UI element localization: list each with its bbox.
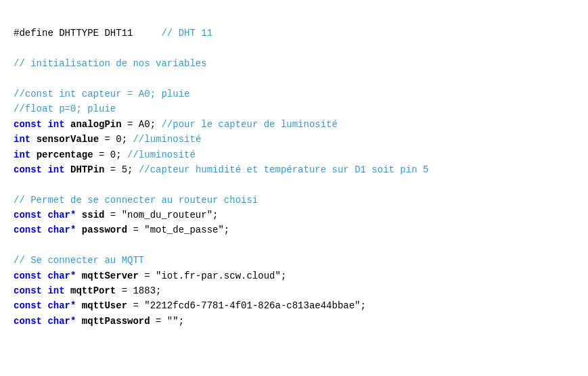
- code-line: const int analogPin = A0; //pour le capt…: [14, 117, 574, 132]
- text-token: [30, 149, 36, 160]
- code-line: const char* mqttUser = "2212fcd6-7781-4f…: [14, 298, 574, 313]
- code-line: [14, 238, 574, 253]
- comment-token: // Se connecter au MQTT: [14, 255, 144, 266]
- text-token: [65, 164, 70, 175]
- code-line: const int mqttPort = 1883;: [14, 283, 574, 298]
- code-line: //float p=0; pluie: [14, 101, 574, 116]
- text-token: = 0;: [99, 134, 133, 145]
- code-line: const char* mqttServer = "iot.fr-par.scw…: [14, 268, 574, 283]
- comment-token: //pour le capteur de luminosité: [161, 119, 337, 130]
- text-token: [65, 285, 70, 296]
- text-token: [76, 300, 81, 311]
- text-token: = "2212fcd6-7781-4f01-826a-c813ae44bbae"…: [127, 300, 366, 311]
- comment-token: //capteur humidité et température sur D1…: [139, 164, 428, 175]
- text-token: [76, 271, 81, 281]
- text-token: = 0;: [93, 149, 127, 160]
- text-token: [76, 316, 81, 327]
- identifier-token: analogPin: [70, 119, 122, 130]
- code-line: // initialisation de nos variables: [14, 56, 574, 71]
- code-line: // Se connecter au MQTT: [14, 253, 574, 268]
- keyword-token: const int: [14, 285, 65, 296]
- identifier-token: mqttPort: [70, 285, 116, 296]
- text-token: = "mot_de_passe";: [127, 225, 229, 235]
- text-token: = 1883;: [116, 285, 161, 296]
- identifier-token: mqttServer: [82, 271, 139, 281]
- identifier-token: password: [82, 225, 127, 235]
- text-token: [30, 134, 36, 145]
- text-token: = "nom_du_routeur";: [104, 210, 218, 220]
- text-token: = "iot.fr-par.scw.cloud";: [139, 271, 286, 281]
- text-token: = A0;: [122, 119, 162, 130]
- comment-token: //luminosité: [133, 134, 201, 145]
- text-token: #define DHTTYPE DHT11: [14, 28, 161, 39]
- code-line: int percentage = 0; //luminosité: [14, 147, 574, 162]
- code-line: #define DHTTYPE DHT11 // DHT 11: [14, 26, 574, 41]
- keyword-token: const char*: [14, 300, 76, 311]
- keyword-token: const int: [14, 119, 65, 130]
- code-line: const char* mqttPassword = "";: [14, 314, 574, 329]
- keyword-token: int: [14, 149, 30, 160]
- keyword-token: const char*: [14, 225, 76, 235]
- code-line: [14, 177, 574, 192]
- code-line: //const int capteur = A0; pluie: [14, 87, 574, 101]
- comment-token: // Permet de se connecter au routeur cho…: [14, 195, 258, 206]
- keyword-token: const char*: [14, 316, 76, 327]
- keyword-token: const int: [14, 164, 65, 175]
- comment-token: //luminosité: [127, 149, 196, 160]
- text-token: = 5;: [104, 164, 138, 175]
- code-line: int sensorValue = 0; //luminosité: [14, 132, 574, 147]
- code-editor: #define DHTTYPE DHT11 // DHT 11 // initi…: [14, 11, 574, 329]
- code-line: const char* password = "mot_de_passe";: [14, 222, 574, 237]
- text-token: [76, 210, 81, 220]
- code-line: const int DHTPin = 5; //capteur humidité…: [14, 162, 574, 177]
- identifier-token: mqttUser: [82, 300, 127, 311]
- code-line: const char* ssid = "nom_du_routeur";: [14, 208, 574, 222]
- code-line: // Permet de se connecter au routeur cho…: [14, 193, 574, 208]
- identifier-token: sensorValue: [37, 134, 99, 145]
- comment-token: //float p=0; pluie: [14, 103, 116, 114]
- code-line: [14, 41, 574, 56]
- keyword-token: const char*: [14, 271, 76, 281]
- comment-token: // initialisation de nos variables: [14, 58, 207, 69]
- code-line: [14, 72, 574, 87]
- identifier-token: mqttPassword: [82, 316, 150, 327]
- keyword-token: const char*: [14, 210, 76, 220]
- comment-token: //const int capteur = A0; pluie: [14, 89, 189, 99]
- comment-token: // DHT 11: [161, 28, 212, 39]
- keyword-token: int: [14, 134, 30, 145]
- identifier-token: ssid: [82, 210, 105, 220]
- text-token: [76, 225, 81, 235]
- identifier-token: DHTPin: [70, 164, 104, 175]
- text-token: [65, 119, 70, 130]
- text-token: = "";: [150, 316, 184, 327]
- identifier-token: percentage: [37, 149, 93, 160]
